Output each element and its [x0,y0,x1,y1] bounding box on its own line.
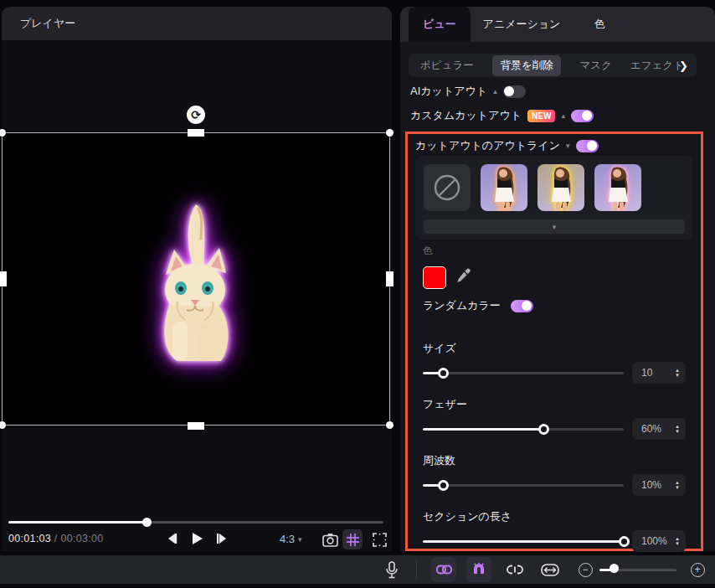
section-length-value-box[interactable]: 100% ▲▼ [632,530,686,552]
subtab-scroll-right-icon[interactable]: ❯ [679,59,688,72]
custom-cutout-toggle[interactable] [571,110,594,122]
feather-slider-knob[interactable] [538,424,549,435]
expand-icon[interactable]: ▾ [566,142,570,150]
video-subject-cat [144,194,249,362]
player-title: プレイヤー [20,16,75,31]
subtab-effect[interactable]: エフェクト [630,59,684,73]
zoom-out-button[interactable]: − [573,557,598,582]
tab-view[interactable]: ビュー [409,7,471,42]
section-length-slider[interactable] [423,535,624,547]
subtab-bar: ポピュラー 背景を削除 マスク エフェクト ❯ [409,54,697,77]
snapshot-button[interactable] [320,529,340,549]
magnet-button[interactable] [466,557,491,582]
record-voiceover-button[interactable] [379,557,404,582]
zoom-in-button[interactable]: + [685,557,710,582]
size-value: 10 [641,367,675,379]
selection-handle-top-right[interactable] [386,129,394,137]
aspect-ratio-value: 4:3 [280,533,295,545]
feather-value: 60% [641,423,675,435]
color-swatch[interactable] [423,266,446,289]
section-length-value: 100% [641,535,675,547]
outline-preset-none[interactable] [424,164,471,211]
total-time: / 00:03:00 [51,533,103,544]
step-back-button[interactable] [164,531,179,546]
size-slider-knob[interactable] [438,368,449,379]
eyedropper-icon[interactable] [455,268,471,288]
ai-cutout-label: AIカットアウト [410,84,487,99]
collapse-icon[interactable]: ▴ [561,111,565,120]
outline-preset-3[interactable] [594,164,641,211]
tab-view-label: ビュー [423,17,456,32]
new-badge: NEW [527,110,555,122]
aspect-ratio-dropdown[interactable]: 4:3 ▾ [280,533,302,545]
random-color-toggle[interactable] [511,300,533,312]
size-value-box[interactable]: 10 ▲▼ [632,362,686,384]
frequency-value: 10% [641,479,675,491]
rotate-handle-icon[interactable]: ⟳ [187,106,205,124]
tab-animation[interactable]: アニメーション [477,7,566,42]
none-icon [432,173,462,203]
presets-expand-dropdown[interactable]: ▾ [424,219,685,234]
collapse-icon[interactable]: ▴ [493,87,497,95]
time-display: 00:01:03 / 00:03:00 [8,533,103,544]
selection-handle-bottom-right[interactable] [386,421,394,429]
scrubber-knob[interactable] [142,518,152,527]
frequency-slider-knob[interactable] [438,480,449,491]
current-time: 00:01:03 [8,533,51,544]
chevron-down-icon: ▾ [298,535,302,544]
toolbar-divider [416,560,417,579]
selection-handle-bottom[interactable] [188,422,204,430]
fit-timeline-button[interactable] [538,557,563,582]
section-length-slider-knob[interactable] [619,536,630,547]
size-slider[interactable] [423,367,624,379]
chevron-down-icon: ▾ [553,223,557,231]
size-stepper[interactable]: ▲▼ [675,369,680,378]
player-header: プレイヤー [2,7,392,40]
outline-preset-1[interactable] [481,164,527,211]
bottom-toolbar: − + [0,555,715,584]
frequency-slider[interactable] [423,479,624,491]
section-length-stepper[interactable]: ▲▼ [675,537,680,546]
grid-button[interactable] [342,529,363,549]
selection-handle-top[interactable] [188,129,204,137]
size-label: サイズ [423,341,456,356]
frequency-stepper[interactable]: ▲▼ [675,481,680,490]
color-label: 色 [423,244,433,258]
section-length-label: セクションの長さ [423,509,512,524]
frequency-value-box[interactable]: 10% ▲▼ [632,474,686,496]
ai-cutout-toggle[interactable] [503,85,526,98]
timeline-zoom-slider[interactable] [599,564,676,575]
subtab-popular[interactable]: ポピュラー [420,59,474,73]
timeline-zoom-knob[interactable] [610,564,619,573]
scrubber-fill [8,521,147,524]
selection-handle-left[interactable] [0,271,7,286]
unlink-button[interactable] [502,557,527,582]
feather-slider[interactable] [423,423,624,435]
link-button[interactable] [431,557,456,582]
frequency-label: 周波数 [423,453,455,468]
fullscreen-button[interactable] [369,529,389,549]
subtab-remove-background[interactable]: 背景を削除 [492,55,562,76]
subtab-mask[interactable]: マスク [579,59,611,73]
cutout-outline-toggle[interactable] [576,140,599,152]
custom-cutout-label: カスタムカットアウト [410,108,522,123]
feather-stepper[interactable]: ▲▼ [675,425,680,434]
play-button[interactable] [189,531,204,546]
cutout-outline-label: カットアウトのアウトライン [415,138,560,153]
selection-handle-right[interactable] [386,271,394,286]
feather-value-box[interactable]: 60% ▲▼ [632,418,686,440]
outline-preset-2[interactable] [538,164,584,211]
step-forward-button[interactable] [214,531,229,546]
feather-label: フェザー [423,397,467,412]
player-scrubber[interactable] [8,516,383,528]
app-window: プレイヤー [0,0,715,588]
random-color-label: ランダムカラー [423,298,501,313]
tab-color[interactable]: 色 [584,7,615,42]
